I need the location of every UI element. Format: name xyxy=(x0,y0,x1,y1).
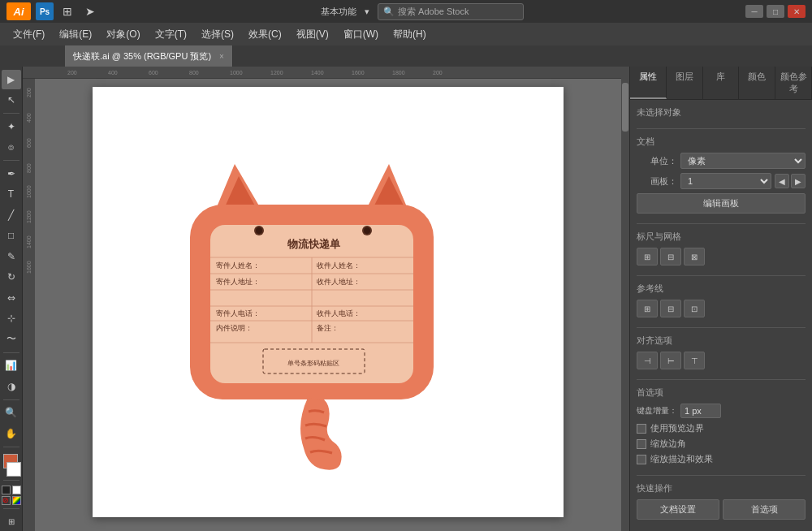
doc-settings-button[interactable]: 文档设置 xyxy=(637,499,719,520)
document-tab[interactable]: 快递联.ai @ 35% (RGB/GPU 预览) × xyxy=(65,45,233,67)
sender-address-label: 寄件人地址： xyxy=(216,278,260,286)
scale-corners-checkbox[interactable] xyxy=(637,439,646,449)
document-label: 文档 xyxy=(637,136,806,148)
content-label: 内件说明： xyxy=(216,324,253,332)
menu-window[interactable]: 窗口(W) xyxy=(337,25,385,44)
divider-4 xyxy=(637,327,806,328)
left-eye-inner xyxy=(256,227,262,234)
minimize-button[interactable]: ─ xyxy=(745,5,763,18)
tab-color[interactable]: 颜色 xyxy=(739,67,775,99)
paint-brush-tool[interactable]: ✎ xyxy=(2,247,21,266)
right-eye-inner xyxy=(364,227,370,234)
background-color[interactable] xyxy=(6,462,21,477)
warp-tool[interactable]: 〜 xyxy=(2,330,21,349)
color-gradient-swatch[interactable] xyxy=(12,496,21,505)
h-ruler-600: 600 xyxy=(149,70,158,76)
horizontal-ruler: 200 400 600 800 1000 1200 1400 1600 1800… xyxy=(35,67,621,79)
vertical-scrollbar[interactable] xyxy=(621,67,629,531)
edit-artboards-button[interactable]: 编辑画板 xyxy=(637,193,806,214)
maximize-button[interactable]: □ xyxy=(767,5,784,18)
canvas-area[interactable]: 200 400 600 800 1000 1200 1400 1600 1800… xyxy=(35,67,621,531)
tab-layers[interactable]: 图层 xyxy=(667,67,703,99)
color-swatch-white[interactable] xyxy=(12,486,21,494)
rotate-tool[interactable]: ↻ xyxy=(2,268,21,287)
align-section: 对齐选项 ⊣ ⊢ ⊤ xyxy=(637,335,806,369)
tool-separator-3 xyxy=(3,352,19,353)
menu-select[interactable]: 选择(S) xyxy=(195,25,240,44)
tab-color-ref[interactable]: 颜色参考 xyxy=(775,67,812,99)
receiver-address-label: 收件人地址： xyxy=(317,278,361,286)
artboard-tool[interactable]: ⊞ xyxy=(2,512,21,531)
tab-library[interactable]: 库 xyxy=(703,67,740,99)
preset-dropdown-icon[interactable]: ▾ xyxy=(365,6,369,17)
window-controls: ─ □ ✕ xyxy=(745,5,806,18)
ps-logo: Ps xyxy=(36,2,54,20)
text-tool[interactable]: T xyxy=(2,185,21,205)
ruler-icon-btn[interactable]: ⊞ xyxy=(637,248,658,266)
canvas-row: 画板： 1 ◀ ▶ xyxy=(637,173,806,189)
align-center-btn[interactable]: ⊢ xyxy=(660,352,681,369)
grid-icon-btn[interactable]: ⊟ xyxy=(660,248,681,266)
menu-view[interactable]: 视图(V) xyxy=(290,25,335,44)
grid-icon[interactable]: ⊞ xyxy=(58,2,76,20)
menu-help[interactable]: 帮助(H) xyxy=(387,25,433,44)
guides-icons: ⊞ ⊟ ⊡ xyxy=(637,300,806,317)
select-tool[interactable]: ▶ xyxy=(2,70,21,89)
line-tool[interactable]: ╱ xyxy=(2,205,21,225)
menu-text[interactable]: 文字(T) xyxy=(149,25,193,44)
v-scrollbar-thumb[interactable] xyxy=(622,83,628,132)
no-color-swatch[interactable]: ⊘ xyxy=(2,496,11,505)
menu-file[interactable]: 文件(F) xyxy=(6,25,51,44)
scale-tool[interactable]: ⊹ xyxy=(2,309,21,329)
close-button[interactable]: ✕ xyxy=(788,5,806,18)
tool-separator-7 xyxy=(3,508,19,509)
sender-name-label: 寄件人姓名： xyxy=(216,261,260,270)
tab-close-button[interactable]: × xyxy=(219,52,224,61)
zoom-tool[interactable]: 🔍 xyxy=(2,404,21,423)
use-preview-bounds-checkbox[interactable] xyxy=(637,424,646,434)
unit-select[interactable]: 像素 xyxy=(680,153,806,169)
color-swatch-black[interactable] xyxy=(2,486,11,494)
menu-effect[interactable]: 效果(C) xyxy=(242,25,288,44)
lasso-tool[interactable]: ⌾ xyxy=(2,138,21,158)
magic-wand-tool[interactable]: ✦ xyxy=(2,117,21,136)
send-icon[interactable]: ➤ xyxy=(81,2,99,20)
graph-tool[interactable]: 📊 xyxy=(2,356,21,376)
keyboard-increment-row: 键盘增量： xyxy=(637,404,806,418)
title-center: 基本功能 ▾ 🔍 搜索 Adobe Stock xyxy=(104,3,741,20)
tool-separator-1 xyxy=(3,113,19,114)
rect-tool[interactable]: □ xyxy=(2,227,21,246)
barcode-label: 单号条形码粘贴区 xyxy=(287,360,339,367)
align-right-btn[interactable]: ⊤ xyxy=(684,352,705,369)
divider-6 xyxy=(637,475,806,476)
scale-stroke-checkbox[interactable] xyxy=(637,455,646,464)
preferences-label: 首选项 xyxy=(637,386,806,399)
hand-tool[interactable]: ✋ xyxy=(2,424,21,443)
keyboard-increment-input[interactable] xyxy=(680,404,721,418)
cat-illustration: 物流快递单 寄件人姓名： 收件人姓名： 寄件人地址： 收件人地址： xyxy=(166,107,490,481)
mirror-tool[interactable]: ⇔ xyxy=(2,288,21,308)
h-ruler-1800: 1800 xyxy=(392,70,405,76)
guide-icon-1[interactable]: ⊞ xyxy=(637,300,658,317)
preferences-button[interactable]: 首选项 xyxy=(723,499,806,520)
guide-icon-3[interactable]: ⊡ xyxy=(684,300,705,317)
main-layout: ▶ ↖ ✦ ⌾ ✒ T ╱ □ ✎ ↻ ⇔ ⊹ 〜 📊 ◑ 🔍 ✋ xyxy=(0,67,812,531)
tab-properties[interactable]: 属性 xyxy=(630,67,667,99)
left-ruler-strip: 200 400 600 800 1000 1200 1400 1600 xyxy=(23,67,35,531)
next-canvas-btn[interactable]: ▶ xyxy=(791,174,806,188)
canvas-select[interactable]: 1 xyxy=(680,173,771,189)
search-bar[interactable]: 🔍 搜索 Adobe Stock xyxy=(378,3,524,20)
quick-action-buttons: 文档设置 首选项 xyxy=(637,499,806,520)
snap-icon-btn[interactable]: ⊠ xyxy=(684,248,705,266)
scale-stroke-label: 缩放描边和效果 xyxy=(650,453,713,465)
menu-edit[interactable]: 编辑(E) xyxy=(53,25,98,44)
guide-icon-2[interactable]: ⊟ xyxy=(660,300,681,317)
pen-tool[interactable]: ✒ xyxy=(2,164,21,183)
prev-canvas-btn[interactable]: ◀ xyxy=(775,174,789,188)
tool-separator-4 xyxy=(3,399,19,400)
artboard[interactable]: 物流快递单 寄件人姓名： 收件人姓名： 寄件人地址： 收件人地址： xyxy=(93,87,564,517)
gradient-tool[interactable]: ◑ xyxy=(2,377,21,396)
menu-object[interactable]: 对象(O) xyxy=(100,25,146,44)
align-left-btn[interactable]: ⊣ xyxy=(637,352,658,369)
direct-select-tool[interactable]: ↖ xyxy=(2,91,21,110)
